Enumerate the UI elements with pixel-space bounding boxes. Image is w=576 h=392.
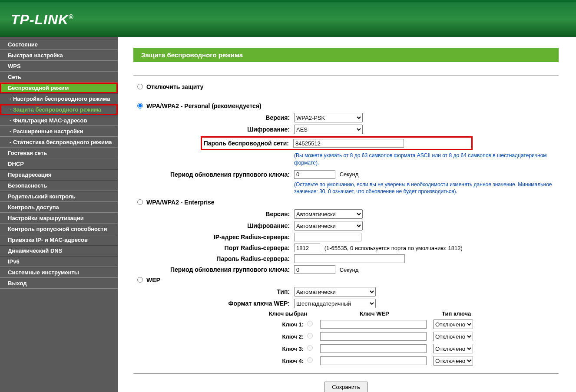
wep-key-row-4: Ключ 4:Отключено xyxy=(229,356,559,366)
sidebar-item-22[interactable]: Выход xyxy=(0,278,118,289)
key-type-header: Тип ключа xyxy=(433,310,485,317)
sidebar-item-19[interactable]: Динамический DNS xyxy=(0,245,118,256)
wep-key-input-1[interactable] xyxy=(320,320,427,329)
wep-key-row-2: Ключ 2:Отключено xyxy=(229,332,559,341)
radius-port-hint: (1-65535, 0 используется порта по умолча… xyxy=(324,245,463,251)
password-hint: (Вы можете указать от 8 до 63 символов ф… xyxy=(294,152,559,167)
header: TP-LINK® xyxy=(0,0,576,37)
sidebar-item-13[interactable]: Безопасность xyxy=(0,180,118,191)
radio-wpa-enterprise[interactable] xyxy=(137,199,143,205)
brand-logo: TP-LINK® xyxy=(11,12,74,28)
save-button[interactable]: Сохранить xyxy=(324,382,368,392)
sidebar-item-17[interactable]: Контроль пропускной способности xyxy=(0,224,118,234)
wep-key-header: Ключ WEP xyxy=(316,310,433,317)
sidebar-item-5[interactable]: - Настройки беспроводного режима xyxy=(0,93,118,104)
wep-key-row-3: Ключ 3:Отключено xyxy=(229,344,559,353)
wep-label: WEP xyxy=(146,277,160,283)
enterprise-gku-input[interactable] xyxy=(294,265,335,274)
sidebar-item-8[interactable]: - Расширенные настройки xyxy=(0,126,118,137)
wpa-personal-label: WPA/WPA2 - Personal (рекомендуется) xyxy=(146,102,262,109)
wep-key-type-select-3[interactable]: Отключено xyxy=(433,344,473,353)
wep-format-label: Формат ключа WEP: xyxy=(133,300,294,307)
wep-key-input-2[interactable] xyxy=(320,332,427,341)
main-content: Защита беспроводного режима Отключить за… xyxy=(118,37,576,392)
wep-key-input-3[interactable] xyxy=(320,344,427,353)
sidebar-item-12[interactable]: Переадресация xyxy=(0,169,118,180)
personal-encryption-select[interactable]: AES xyxy=(294,125,363,134)
sidebar-item-15[interactable]: Контроль доступа xyxy=(0,202,118,213)
wep-key-radio-1[interactable] xyxy=(307,321,313,326)
sidebar-item-2[interactable]: WPS xyxy=(0,61,118,72)
wep-type-label: Тип: xyxy=(133,288,294,295)
wep-key-label: Ключ 1: xyxy=(229,321,307,328)
sidebar-item-14[interactable]: Родительский контроль xyxy=(0,191,118,202)
radius-pw-input[interactable] xyxy=(294,254,405,263)
wep-key-row-1: Ключ 1:Отключено xyxy=(229,320,559,329)
disable-security-label: Отключить защиту xyxy=(146,83,203,90)
wep-key-input-4[interactable] xyxy=(320,356,427,365)
wep-format-select[interactable]: Шестнадцатеричный xyxy=(294,299,376,308)
sidebar-item-11[interactable]: DHCP xyxy=(0,158,118,169)
encryption-label: Шифрование: xyxy=(133,126,294,133)
divider xyxy=(133,75,559,76)
wpa-enterprise-label: WPA/WPA2 - Enterprise xyxy=(146,199,215,206)
sidebar-item-4[interactable]: Беспроводной режим xyxy=(0,82,118,93)
sidebar-item-20[interactable]: IPv6 xyxy=(0,256,118,267)
sidebar: СостояниеБыстрая настройкаWPSСетьБеспров… xyxy=(0,37,118,392)
wep-key-label: Ключ 3: xyxy=(229,346,307,352)
radius-pw-label: Пароль Radius-сервера: xyxy=(133,255,294,262)
wep-key-type-select-4[interactable]: Отключено xyxy=(433,356,473,366)
radius-ip-input[interactable] xyxy=(294,233,361,241)
sidebar-item-9[interactable]: - Статистика беспроводного режима xyxy=(0,137,118,148)
gku-label: Период обновления группового ключа: xyxy=(133,171,294,178)
wireless-password-row: Пароль беспроводной сети: xyxy=(201,136,473,150)
sidebar-item-3[interactable]: Сеть xyxy=(0,72,118,82)
page-title: Защита беспроводного режима xyxy=(133,48,559,62)
sidebar-item-0[interactable]: Состояние xyxy=(0,39,118,50)
sidebar-item-21[interactable]: Системные инструменты xyxy=(0,267,118,278)
wireless-password-input[interactable] xyxy=(293,139,404,148)
sidebar-item-10[interactable]: Гостевая сеть xyxy=(0,148,118,158)
enterprise-encryption-select[interactable]: Автоматически xyxy=(294,221,363,231)
sidebar-item-7[interactable]: - Фильтрация MAC-адресов xyxy=(0,115,118,126)
personal-gku-input[interactable] xyxy=(294,170,335,179)
key-selected-header: Ключ выбран xyxy=(229,310,316,317)
wep-key-radio-4[interactable] xyxy=(307,357,313,363)
enterprise-version-select[interactable]: Автоматически xyxy=(294,209,363,219)
radius-ip-label: IP-адрес Radius-сервера: xyxy=(133,234,294,240)
wep-key-label: Ключ 4: xyxy=(229,358,307,364)
password-label: Пароль беспроводной сети: xyxy=(202,140,293,147)
gku-hint: (Оставьте по умолчанию, если вы не увере… xyxy=(294,181,559,196)
wep-key-radio-3[interactable] xyxy=(307,345,313,351)
radio-disable-security[interactable] xyxy=(137,84,143,89)
wep-key-type-select-2[interactable]: Отключено xyxy=(433,332,473,341)
sidebar-item-18[interactable]: Привязка IP- и MAC-адресов xyxy=(0,234,118,245)
radio-wep[interactable] xyxy=(137,277,143,283)
wep-key-radio-2[interactable] xyxy=(307,333,313,339)
radio-wpa-personal[interactable] xyxy=(137,103,143,109)
radius-port-input[interactable] xyxy=(294,244,320,252)
wep-type-select[interactable]: Автоматически xyxy=(294,287,376,296)
sidebar-item-1[interactable]: Быстрая настройка xyxy=(0,50,118,61)
sidebar-item-16[interactable]: Настройки маршрутизации xyxy=(0,213,118,224)
radius-port-label: Порт Radius-сервера: xyxy=(133,244,294,251)
personal-version-select[interactable]: WPA2-PSK xyxy=(294,113,363,122)
divider xyxy=(133,373,559,374)
version-label: Версия: xyxy=(133,114,294,121)
wep-key-type-select-1[interactable]: Отключено xyxy=(433,320,473,329)
sidebar-item-6[interactable]: - Защита беспроводного режима xyxy=(0,104,118,115)
wep-key-label: Ключ 2: xyxy=(229,333,307,340)
seconds-label: Секунд xyxy=(340,171,359,178)
